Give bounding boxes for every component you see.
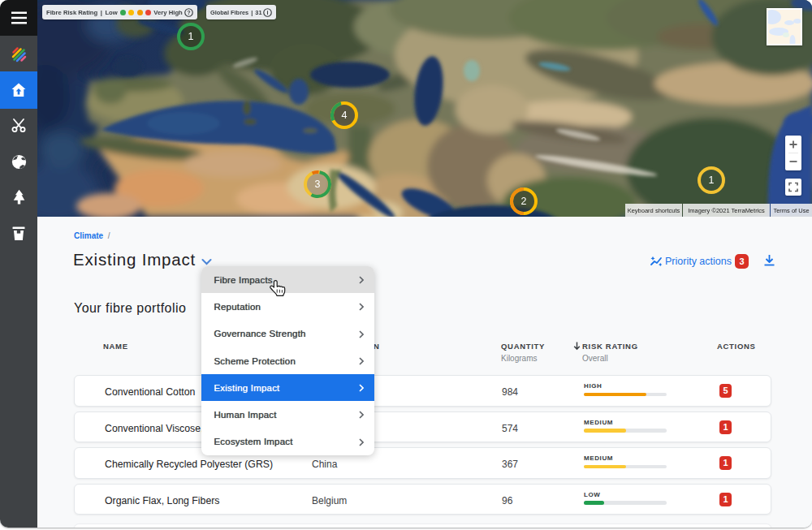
svg-text:i: i	[267, 9, 269, 16]
svg-text:?: ?	[187, 9, 190, 16]
